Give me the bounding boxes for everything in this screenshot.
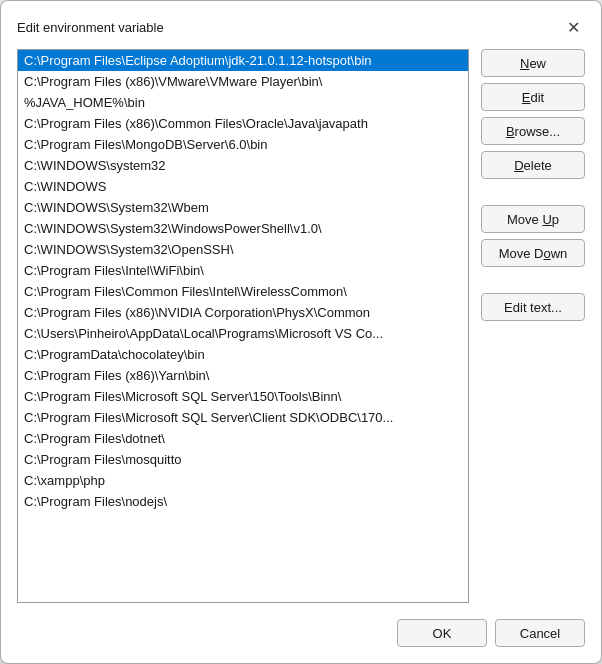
edit-button[interactable]: Edit [481, 83, 585, 111]
list-item[interactable]: C:\WINDOWS\System32\OpenSSH\ [18, 239, 468, 260]
title-bar: Edit environment variable ✕ [1, 1, 601, 49]
list-item[interactable]: C:\WINDOWS\System32\Wbem [18, 197, 468, 218]
env-var-list[interactable]: C:\Program Files\Eclipse Adoptium\jdk-21… [17, 49, 469, 603]
list-item[interactable]: C:\Program Files\dotnet\ [18, 428, 468, 449]
list-item[interactable]: C:\WINDOWS [18, 176, 468, 197]
list-item[interactable]: C:\WINDOWS\System32\WindowsPowerShell\v1… [18, 218, 468, 239]
dialog-body: C:\Program Files\Eclipse Adoptium\jdk-21… [1, 49, 601, 619]
list-item[interactable]: C:\ProgramData\chocolatey\bin [18, 344, 468, 365]
browse-button[interactable]: Browse... [481, 117, 585, 145]
delete-button[interactable]: Delete [481, 151, 585, 179]
list-item[interactable]: C:\Program Files\Intel\WiFi\bin\ [18, 260, 468, 281]
list-item[interactable]: C:\Program Files\MongoDB\Server\6.0\bin [18, 134, 468, 155]
list-item[interactable]: C:\xampp\php [18, 470, 468, 491]
new-button[interactable]: New [481, 49, 585, 77]
edit-env-var-dialog: Edit environment variable ✕ C:\Program F… [0, 0, 602, 664]
dialog-title: Edit environment variable [17, 20, 164, 35]
list-item[interactable]: %JAVA_HOME%\bin [18, 92, 468, 113]
list-item[interactable]: C:\WINDOWS\system32 [18, 155, 468, 176]
dialog-footer: OK Cancel [1, 619, 601, 663]
cancel-button[interactable]: Cancel [495, 619, 585, 647]
edit-text-button[interactable]: Edit text... [481, 293, 585, 321]
list-item[interactable]: C:\Program Files\nodejs\ [18, 491, 468, 512]
list-item[interactable]: C:\Program Files\Common Files\Intel\Wire… [18, 281, 468, 302]
list-item[interactable]: C:\Program Files (x86)\VMware\VMware Pla… [18, 71, 468, 92]
buttons-panel: New Edit Browse... Delete Move Up Move D… [481, 49, 585, 603]
list-item[interactable]: C:\Program Files\Microsoft SQL Server\15… [18, 386, 468, 407]
list-item[interactable]: C:\Program Files\Microsoft SQL Server\Cl… [18, 407, 468, 428]
close-button[interactable]: ✕ [561, 15, 585, 39]
move-up-button[interactable]: Move Up [481, 205, 585, 233]
list-item[interactable]: C:\Program Files\Eclipse Adoptium\jdk-21… [18, 50, 468, 71]
list-item[interactable]: C:\Program Files (x86)\NVIDIA Corporatio… [18, 302, 468, 323]
list-item[interactable]: C:\Program Files (x86)\Yarn\bin\ [18, 365, 468, 386]
move-down-button[interactable]: Move Down [481, 239, 585, 267]
list-item[interactable]: C:\Program Files\mosquitto [18, 449, 468, 470]
list-item[interactable]: C:\Program Files (x86)\Common Files\Orac… [18, 113, 468, 134]
list-item[interactable]: C:\Users\Pinheiro\AppData\Local\Programs… [18, 323, 468, 344]
ok-button[interactable]: OK [397, 619, 487, 647]
